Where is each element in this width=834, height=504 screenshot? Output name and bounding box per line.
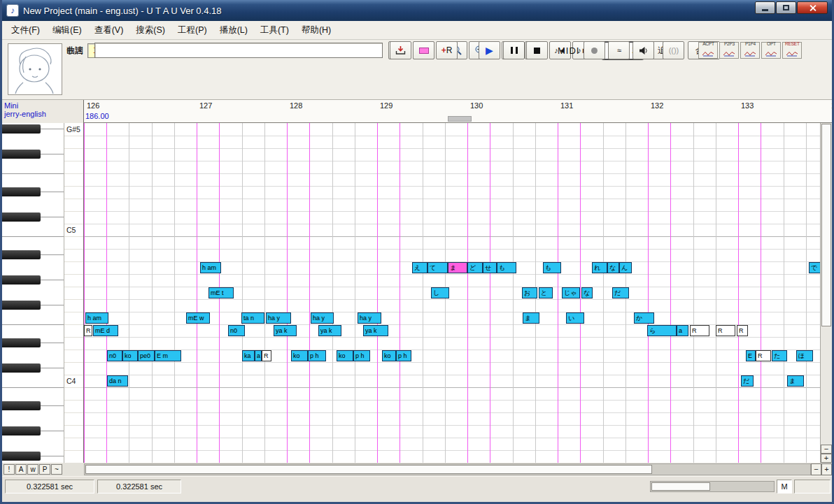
position-marker[interactable]	[448, 116, 472, 122]
mode-button-2[interactable]: A	[15, 464, 27, 475]
note[interactable]: れ	[592, 262, 607, 273]
note[interactable]: p h	[353, 350, 370, 361]
note[interactable]: ha y	[311, 312, 334, 324]
piano-keyboard[interactable]: G#5C5C4	[2, 123, 83, 463]
note[interactable]: p h	[396, 350, 411, 361]
note[interactable]: h am	[200, 262, 221, 273]
horizontal-zoom-in-button[interactable]: +	[821, 463, 832, 475]
vertical-scrollbar[interactable]: − +	[820, 123, 832, 463]
note[interactable]: n0	[228, 325, 245, 336]
note[interactable]: h am	[85, 312, 108, 324]
rest-note[interactable]: R	[84, 325, 92, 336]
menu-item-8[interactable]: 帮助(H)	[295, 21, 337, 40]
piano-key-gs4[interactable]	[2, 275, 41, 285]
note[interactable]: mE d	[93, 325, 118, 336]
add-rest-button[interactable]: +R	[436, 41, 458, 59]
menu-item-2[interactable]: 编辑(E)	[46, 21, 88, 40]
note[interactable]: mE t	[208, 287, 234, 298]
piano-key-fs4[interactable]	[2, 301, 41, 310]
horizontal-scrollbar[interactable]	[84, 463, 811, 475]
note[interactable]: p h	[308, 350, 326, 361]
note[interactable]: だ	[741, 375, 754, 387]
minimize-button[interactable]	[755, 1, 775, 14]
menu-item-3[interactable]: 查看(V)	[88, 21, 130, 40]
piano-key-gs5[interactable]	[2, 124, 41, 134]
vertical-zoom-out-button[interactable]: −	[821, 445, 832, 454]
menu-item-7[interactable]: 工具(T)	[254, 21, 295, 40]
piano-key-fs3[interactable]	[2, 452, 41, 461]
note[interactable]: せ	[483, 262, 497, 273]
voicebank-avatar[interactable]	[8, 43, 62, 95]
mode-button-5[interactable]: ~	[51, 464, 62, 475]
note[interactable]: ya k	[318, 325, 341, 336]
status-scrollbar[interactable]	[650, 481, 775, 492]
status-scrollbar-thumb[interactable]	[651, 482, 710, 491]
note[interactable]: ら	[647, 325, 677, 336]
note[interactable]: お	[522, 287, 537, 298]
edit-button-acpt[interactable]: ACPT	[698, 42, 718, 59]
note[interactable]: え	[412, 262, 427, 273]
edit-button-reset[interactable]: RESET	[782, 42, 802, 59]
mode-button-4[interactable]: P	[39, 464, 50, 475]
mode-indicator[interactable]: M	[777, 480, 792, 494]
rest-note[interactable]: R	[737, 325, 748, 336]
mode-button-1[interactable]: !	[3, 464, 15, 475]
note[interactable]: ko	[122, 350, 138, 361]
rest-note[interactable]: R	[756, 350, 771, 361]
note[interactable]: か	[634, 312, 654, 324]
menu-item-1[interactable]: 文件(F)	[5, 21, 46, 40]
piano-key-cs5[interactable]	[2, 213, 41, 222]
menu-item-4[interactable]: 搜索(S)	[129, 21, 171, 40]
maximize-button[interactable]	[776, 1, 796, 14]
piano-key-ds5[interactable]	[2, 187, 41, 196]
speaker-button[interactable]	[632, 41, 654, 59]
rest-note[interactable]: R	[262, 350, 271, 361]
edit-button-p1p4[interactable]: P1P4	[740, 42, 760, 59]
note[interactable]: で	[809, 262, 820, 273]
note[interactable]: ta n	[241, 312, 264, 324]
rest-note[interactable]: R	[716, 325, 735, 336]
record-button[interactable]	[584, 41, 605, 59]
note[interactable]: ya k	[274, 325, 297, 336]
tempo-marker[interactable]: 186.00	[85, 112, 109, 120]
vertical-zoom-in-button[interactable]: +	[821, 454, 832, 463]
stop-button[interactable]	[526, 41, 548, 59]
piano-key-as4[interactable]	[2, 250, 41, 259]
note-grid[interactable]: h amえてまどせももれなんでmE tしおとじゃなだh ammE wta nha…	[84, 123, 820, 463]
vertical-scrollbar-thumb[interactable]	[821, 124, 831, 326]
pause-button[interactable]	[503, 41, 525, 59]
note[interactable]: pe0	[138, 350, 155, 361]
note[interactable]: て	[427, 262, 448, 273]
note[interactable]: ko	[337, 350, 353, 361]
piano-key-cs4[interactable]	[2, 363, 41, 373]
note[interactable]: da n	[107, 375, 128, 387]
mode-button-3[interactable]: w	[27, 464, 38, 475]
menu-item-5[interactable]: 工程(P)	[171, 21, 213, 40]
selected-note[interactable]: ま	[448, 262, 467, 273]
note[interactable]: ん	[619, 262, 632, 273]
note[interactable]: と	[539, 287, 553, 298]
note[interactable]: も	[497, 262, 516, 273]
note[interactable]: な	[581, 287, 593, 298]
note[interactable]: a	[677, 325, 688, 336]
rest-note[interactable]: R	[690, 325, 709, 336]
track-info[interactable]: Mini jerry-english	[2, 100, 83, 123]
wave-button[interactable]: ≈	[608, 41, 630, 59]
note[interactable]: ま	[787, 375, 804, 387]
note[interactable]: ha y	[266, 312, 291, 324]
horizontal-scrollbar-thumb[interactable]	[85, 465, 652, 474]
close-button[interactable]	[797, 1, 828, 14]
insert-lyric-button[interactable]	[390, 41, 411, 59]
menu-item-6[interactable]: 播放(L)	[213, 21, 254, 40]
note[interactable]: ど	[467, 262, 483, 273]
note[interactable]: ko	[291, 350, 308, 361]
note[interactable]: n0	[107, 350, 122, 361]
headphone-button[interactable]: (())	[663, 41, 684, 59]
title-bar[interactable]: ♪ New Project (main - eng.ust) - U T A U…	[2, 0, 832, 21]
note[interactable]: だ	[612, 287, 629, 298]
note[interactable]: た	[772, 350, 787, 361]
note[interactable]: し	[431, 287, 449, 298]
note[interactable]: も	[543, 262, 561, 273]
note[interactable]: じゃ	[562, 287, 580, 298]
note[interactable]: ya k	[363, 325, 388, 336]
